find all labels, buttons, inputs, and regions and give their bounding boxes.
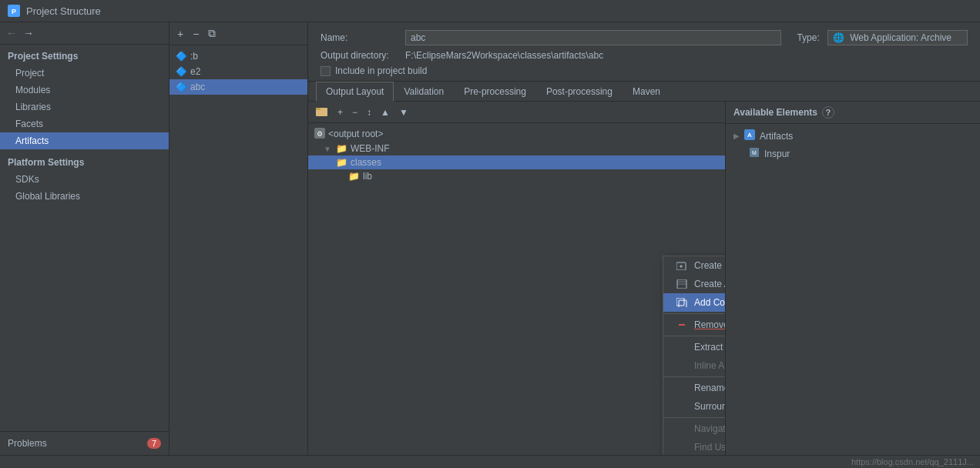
main-area: Name: Type: 🌐 Web Application: Archive O… [308, 22, 980, 455]
sidebar-item-libraries[interactable]: Libraries [0, 99, 169, 115]
title-bar-icon: P [8, 5, 20, 17]
ctx-add-copy-of-label: Add Copy of [694, 297, 726, 308]
status-bar: https://blog.csdn.net/qq_2111J... [0, 455, 980, 468]
inspur-icon: M [749, 147, 760, 160]
tab-validation[interactable]: Validation [394, 82, 454, 102]
ctx-inline-artifact: Inline Artifact [663, 356, 726, 375]
nav-back[interactable]: ← [6, 27, 17, 39]
navigate-icon [676, 423, 688, 435]
available-elements-title: Available Elements ? [726, 102, 980, 124]
ctx-separator-1 [663, 313, 726, 314]
classes-folder-icon: 📁 [336, 157, 347, 168]
artifact-include-row: Include in project build [321, 65, 968, 76]
output-classes-item[interactable]: 📁 classes [308, 155, 725, 169]
artifacts-group-icon: A [744, 129, 755, 142]
rename-icon [676, 382, 688, 394]
remove-icon [676, 319, 688, 331]
artifacts-group-chevron: ▶ [733, 132, 740, 140]
output-down-button[interactable]: ▼ [396, 105, 411, 119]
tab-maven[interactable]: Maven [623, 82, 670, 102]
title-bar-title: Project Structure [26, 5, 101, 17]
ctx-add-copy-of[interactable]: Add Copy of ▶ [663, 293, 726, 312]
artifact-type-label: Type: [797, 32, 819, 43]
artifact-e2-label: e2 [190, 66, 200, 77]
svg-rect-12 [676, 298, 684, 306]
sidebar-item-artifacts[interactable]: Artifacts [0, 132, 169, 149]
ctx-separator-4 [663, 417, 726, 418]
surround-icon [676, 400, 688, 413]
output-lib-item[interactable]: 📁 lib [308, 169, 725, 183]
artifact-copy-button[interactable]: ⧉ [205, 25, 219, 42]
sidebar-problems[interactable]: Problems 7 [0, 431, 169, 455]
sidebar-item-modules[interactable]: Modules [0, 82, 169, 99]
sidebar-item-sdks[interactable]: SDKs [0, 171, 169, 188]
artifact-name-input[interactable] [405, 30, 781, 45]
tab-post-processing[interactable]: Post-processing [536, 82, 623, 102]
context-menu: Create Directory Create Archive [663, 256, 726, 455]
artifact-name-row: Name: Type: 🌐 Web Application: Archive [321, 30, 968, 45]
expand-icon: ▼ [324, 145, 331, 153]
artifact-item-e2[interactable]: 🔷 e2 [169, 64, 307, 79]
available-elements-label: Available Elements [733, 107, 817, 118]
artifact-name-label: Name: [321, 32, 398, 43]
status-url: https://blog.csdn.net/qq_2111J... [851, 457, 974, 466]
ctx-rename-label: Rename [694, 383, 726, 393]
ctx-surround-with[interactable]: Surround With... Alt+Shift+Z [663, 397, 726, 416]
ctx-find-usages: Find Usages Ctrl+G [663, 438, 726, 455]
artifact-minus-button[interactable]: − [190, 26, 202, 42]
main-layout: ← → Project Settings Project Modules Lib… [0, 22, 980, 455]
ctx-extract-artifact[interactable]: Extract Artifact... [663, 338, 726, 356]
artifact-output-dir-label: Output directory: [321, 50, 398, 61]
svg-text:A: A [747, 132, 752, 139]
output-tree: + − ↕ ▲ ▼ ⚙ <output root> [308, 102, 726, 455]
sidebar-item-facets[interactable]: Facets [0, 115, 169, 132]
available-inspur-item[interactable]: M Inspur [726, 145, 980, 162]
ctx-rename[interactable]: Rename Alt+Shift+R [663, 379, 726, 397]
title-bar: P Project Structure [0, 0, 980, 22]
create-dir-icon [676, 259, 688, 272]
extract-artifact-icon [676, 341, 688, 353]
sidebar-item-project[interactable]: Project [0, 65, 169, 82]
ctx-separator-3 [663, 376, 726, 377]
tab-pre-processing[interactable]: Pre-processing [454, 82, 536, 102]
svg-text:⚙: ⚙ [317, 130, 323, 138]
artifact-e2-icon: 🔷 [176, 66, 187, 77]
tab-output-layout[interactable]: Output Layout [316, 82, 394, 102]
nav-forward[interactable]: → [23, 27, 34, 39]
artifact-dir-row: Output directory: F:\EclipseMars2Workspa… [321, 50, 968, 61]
artifact-item-abc[interactable]: 🔷 abc [169, 79, 307, 95]
output-tree-toolbar: + − ↕ ▲ ▼ [308, 102, 725, 123]
output-lib-label: lib [363, 171, 372, 182]
ctx-navigate: Navigate F12 [663, 420, 726, 438]
ctx-create-archive[interactable]: Create Archive [663, 275, 726, 293]
artifact-abc-label: abc [190, 82, 205, 92]
output-up-button[interactable]: ▲ [378, 105, 393, 119]
create-archive-icon [676, 278, 688, 290]
ctx-find-usages-label: Find Usages [694, 442, 726, 453]
output-folder-icon [313, 104, 331, 120]
output-root-item[interactable]: ⚙ <output root> [308, 126, 725, 142]
window: P Project Structure ← → Project Settings… [0, 0, 980, 468]
available-artifacts-group[interactable]: ▶ A Artifacts [726, 127, 980, 145]
output-minus-button[interactable]: − [349, 105, 361, 119]
sidebar-item-global-libraries[interactable]: Global Libraries [0, 188, 169, 205]
svg-rect-13 [679, 300, 686, 307]
ctx-navigate-label: Navigate [694, 423, 726, 434]
ctx-remove[interactable]: Remove Delete [663, 316, 726, 334]
ctx-separator-2 [663, 336, 726, 336]
problems-label: Problems [8, 438, 47, 449]
ctx-create-archive-label: Create Archive [694, 279, 726, 289]
output-add-button[interactable]: + [334, 105, 346, 119]
output-sort-button[interactable]: ↕ [364, 105, 374, 119]
project-settings-label: Project Settings [0, 45, 169, 65]
artifact-include-checkbox[interactable] [321, 66, 331, 76]
artifact-add-button[interactable]: + [174, 26, 186, 42]
output-webinf-item[interactable]: ▼ 📁 WEB-INF [308, 142, 725, 155]
ctx-create-directory[interactable]: Create Directory [663, 256, 726, 275]
available-items-list: ▶ A Artifacts M Inspur [726, 124, 980, 455]
artifact-header: Name: Type: 🌐 Web Application: Archive O… [308, 22, 980, 82]
ctx-create-directory-label: Create Directory [694, 260, 726, 271]
artifact-item-b[interactable]: 🔷 :b [169, 48, 307, 64]
lib-folder-icon: 📁 [348, 171, 360, 182]
available-help-icon[interactable]: ? [822, 106, 834, 119]
